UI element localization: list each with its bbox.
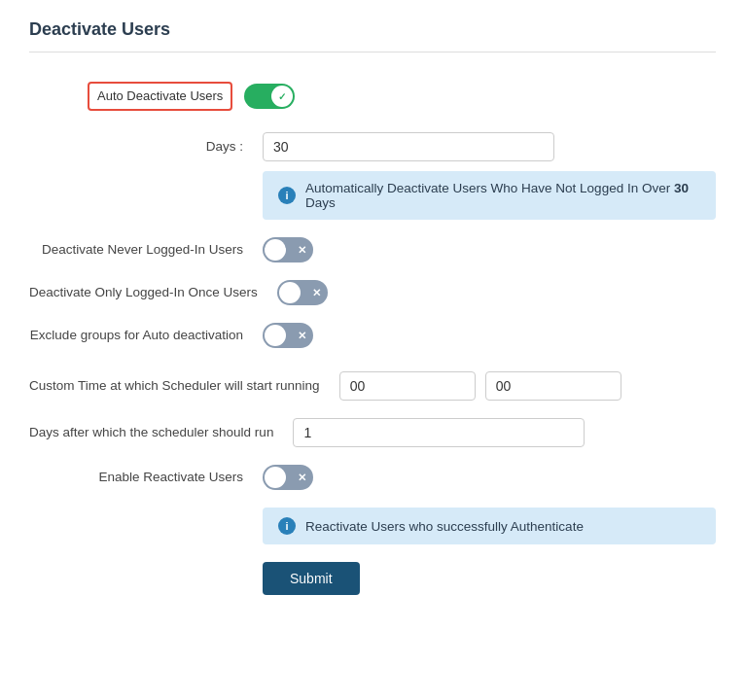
enable-reactivate-toggle[interactable]: ✕ <box>263 465 313 490</box>
check-icon: ✓ <box>278 91 286 102</box>
only-once-label: Deactivate Only Logged-In Once Users <box>29 284 277 302</box>
exclude-groups-label: Exclude groups for Auto deactivation <box>29 327 263 345</box>
toggle-thumb-off3 <box>265 325 286 346</box>
reactivate-info-text: Reactivate Users who successfully Authen… <box>305 519 584 534</box>
info-icon: i <box>278 187 296 204</box>
toggle-thumb-off2 <box>279 282 301 303</box>
reactivate-info-icon: i <box>278 517 296 535</box>
time-input-hours[interactable] <box>339 371 476 401</box>
time-fields-container <box>339 371 621 401</box>
auto-deactivate-toggle[interactable]: ✓ <box>244 84 295 109</box>
reactivate-info-box: i Reactivate Users who successfully Auth… <box>263 508 716 544</box>
exclude-groups-toggle[interactable]: ✕ <box>263 323 313 348</box>
toggle-thumb-on: ✓ <box>271 86 293 107</box>
toggle-thumb-off4 <box>265 467 286 488</box>
custom-time-label: Custom Time at which Scheduler will star… <box>29 377 339 396</box>
never-logged-label: Deactivate Never Logged-In Users <box>29 241 263 260</box>
scheduler-days-label: Days after which the scheduler should ru… <box>29 424 293 442</box>
auto-deactivate-label: Auto Deactivate Users <box>88 82 232 111</box>
scheduler-days-input[interactable] <box>293 418 585 447</box>
toggle-thumb-off1 <box>265 239 286 261</box>
info-text: Automatically Deactivate Users Who Have … <box>305 181 700 210</box>
x-icon-2: ✕ <box>312 280 321 305</box>
x-icon-4: ✕ <box>298 465 306 490</box>
x-icon-3: ✕ <box>298 323 306 348</box>
submit-button[interactable]: Submit <box>263 562 360 595</box>
time-input-minutes[interactable] <box>485 371 621 401</box>
enable-reactivate-label: Enable Reactivate Users <box>29 469 263 487</box>
info-box-days: i Automatically Deactivate Users Who Hav… <box>263 171 716 220</box>
days-label: Days : <box>29 138 263 157</box>
only-once-toggle[interactable]: ✕ <box>277 280 328 305</box>
never-logged-toggle[interactable]: ✕ <box>263 237 313 262</box>
x-icon-1: ✕ <box>298 237 306 262</box>
page-title: Deactivate Users <box>29 19 716 52</box>
days-input[interactable] <box>263 132 554 161</box>
